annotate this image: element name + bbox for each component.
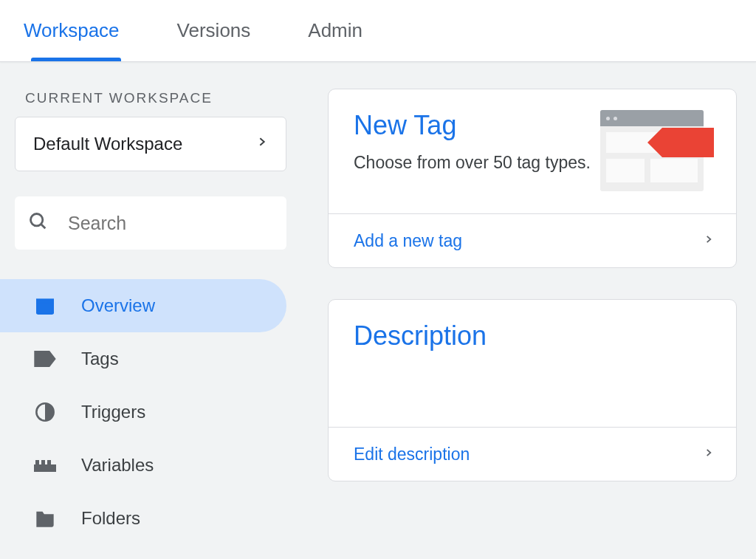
svg-rect-7 bbox=[41, 460, 45, 464]
new-tag-card: New Tag Choose from over 50 tag types. A… bbox=[328, 89, 737, 268]
add-tag-button[interactable]: Add a new tag bbox=[329, 213, 736, 267]
current-workspace-label: CURRENT WORKSPACE bbox=[25, 90, 286, 106]
new-tag-subtitle: Choose from over 50 tag types. bbox=[354, 150, 591, 176]
new-tag-title: New Tag bbox=[354, 110, 591, 141]
svg-rect-6 bbox=[35, 460, 39, 464]
tag-icon bbox=[32, 351, 58, 367]
svg-rect-3 bbox=[36, 303, 54, 313]
nav-label: Folders bbox=[81, 508, 140, 529]
nav-label: Tags bbox=[81, 349, 119, 369]
edit-description-label: Edit description bbox=[354, 445, 470, 464]
sidebar-item-variables[interactable]: Variables bbox=[0, 439, 286, 492]
workspace-name: Default Workspace bbox=[33, 134, 182, 154]
chevron-right-icon bbox=[704, 230, 714, 251]
svg-rect-5 bbox=[34, 464, 56, 472]
svg-point-0 bbox=[31, 214, 43, 226]
svg-rect-2 bbox=[36, 298, 54, 302]
search-input[interactable] bbox=[68, 213, 273, 234]
sidebar-item-folders[interactable]: Folders bbox=[0, 492, 286, 545]
nav-label: Triggers bbox=[81, 402, 145, 422]
sidebar-item-triggers[interactable]: Triggers bbox=[0, 385, 286, 439]
dashboard-icon bbox=[32, 297, 58, 315]
tab-versions[interactable]: Versions bbox=[177, 0, 272, 61]
folder-icon bbox=[32, 510, 58, 527]
edit-description-button[interactable]: Edit description bbox=[329, 427, 736, 481]
trigger-icon bbox=[32, 402, 58, 422]
description-title: Description bbox=[354, 320, 711, 351]
sidebar: CURRENT WORKSPACE Default Workspace Over… bbox=[0, 62, 301, 545]
description-card: Description Edit description bbox=[328, 299, 737, 481]
main-content: New Tag Choose from over 50 tag types. A… bbox=[301, 62, 756, 545]
nav-label: Overview bbox=[81, 295, 155, 316]
search-box[interactable] bbox=[15, 196, 286, 250]
variable-icon bbox=[32, 458, 58, 473]
top-tabs: Workspace Versions Admin bbox=[0, 0, 756, 62]
search-icon bbox=[28, 211, 49, 235]
chevron-right-icon bbox=[256, 132, 268, 156]
svg-rect-8 bbox=[47, 460, 51, 464]
svg-line-1 bbox=[41, 224, 46, 229]
sidebar-item-tags[interactable]: Tags bbox=[0, 332, 286, 385]
nav-label: Variables bbox=[81, 455, 154, 476]
tab-admin[interactable]: Admin bbox=[308, 0, 383, 61]
sidebar-nav: Overview Tags Triggers Variables bbox=[0, 279, 301, 545]
tab-workspace[interactable]: Workspace bbox=[24, 0, 140, 61]
sidebar-item-overview[interactable]: Overview bbox=[0, 279, 286, 332]
tag-illustration bbox=[600, 110, 711, 191]
add-tag-label: Add a new tag bbox=[354, 231, 462, 251]
workspace-selector[interactable]: Default Workspace bbox=[15, 117, 286, 171]
chevron-right-icon bbox=[704, 444, 714, 464]
